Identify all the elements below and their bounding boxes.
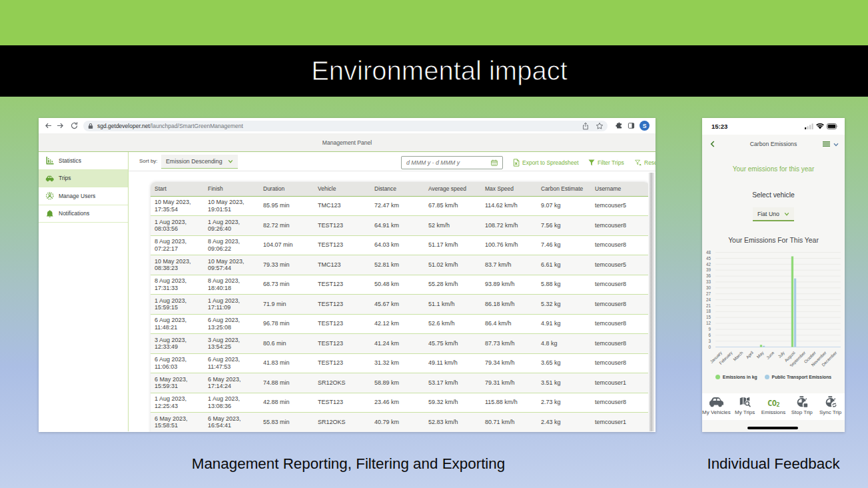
column-header[interactable]: Finish bbox=[204, 182, 259, 196]
filter-button[interactable]: Filter Trips bbox=[588, 159, 624, 167]
table-cell: 72.47 km bbox=[370, 196, 424, 216]
share-icon[interactable] bbox=[582, 122, 590, 130]
chevron-down-icon[interactable] bbox=[833, 143, 839, 147]
menu-icon[interactable] bbox=[823, 141, 830, 147]
table-row[interactable]: 6 May 2023,15:59:316 May 2023,17:14:2474… bbox=[151, 373, 650, 393]
back-icon[interactable] bbox=[44, 121, 53, 130]
bar-emissions[interactable] bbox=[760, 345, 762, 347]
table-cell: TEST123 bbox=[314, 314, 370, 334]
table-row[interactable]: 3 Aug 2023,12:33:493 Aug 2023,13:54:2580… bbox=[151, 334, 650, 354]
column-header[interactable]: Start bbox=[151, 182, 204, 196]
column-header[interactable]: Username bbox=[591, 182, 650, 196]
table-row[interactable]: 8 Aug 2023,07:22:178 Aug 2023,09:06:2210… bbox=[151, 235, 650, 255]
table-cell: 6 May 2023,17:14:24 bbox=[204, 373, 259, 393]
tab-sync-trip[interactable]: Sync Trip bbox=[816, 393, 845, 420]
table-cell: 10 May 2023,09:57:44 bbox=[204, 255, 259, 275]
table-cell: 3 Aug 2023,12:33:49 bbox=[151, 334, 204, 354]
legend-item: Public Transport Emissions bbox=[765, 375, 832, 379]
column-header[interactable]: Duration bbox=[259, 182, 314, 196]
reset-filters-button[interactable]: Reset Filters bbox=[635, 159, 655, 167]
table-row[interactable]: 6 Aug 2023,11:06:036 Aug 2023,11:47:5341… bbox=[151, 353, 650, 373]
vehicle-select[interactable]: Fiat Uno bbox=[753, 207, 794, 221]
table-row[interactable]: 1 Aug 2023,12:25:431 Aug 2023,13:08:3642… bbox=[151, 393, 650, 413]
user-gear-icon bbox=[45, 191, 55, 201]
export-button[interactable]: Export to Spreadsheet bbox=[513, 159, 579, 167]
tab-label: Stop Trip bbox=[791, 409, 813, 415]
table-row[interactable]: 1 Aug 2023,15:59:151 Aug 2023,17:11:0971… bbox=[151, 295, 650, 315]
x-tick-label: April bbox=[745, 350, 755, 360]
column-header[interactable]: Carbon Estimate bbox=[537, 182, 591, 196]
star-icon[interactable] bbox=[596, 122, 604, 130]
tab-emissions[interactable]: CO2Emissions bbox=[759, 393, 788, 420]
phone-app-header: Carbon Emissions bbox=[702, 135, 845, 152]
y-tick-label: 9 bbox=[708, 327, 711, 331]
bar-public-transport[interactable] bbox=[763, 346, 765, 347]
table-row[interactable]: 10 May 2023,08:38:2310 May 2023,09:57:44… bbox=[151, 255, 650, 275]
table-row[interactable]: 6 Aug 2023,11:48:216 Aug 2023,13:25:0896… bbox=[151, 314, 650, 334]
table-cell: 42.88 min bbox=[259, 393, 314, 413]
profile-avatar[interactable]: S bbox=[640, 121, 650, 131]
table-row[interactable]: 1 Aug 2023,08:03:561 Aug 2023,09:26:4082… bbox=[151, 216, 650, 236]
sort-select[interactable]: Emission Descending bbox=[161, 155, 238, 169]
scrollbar[interactable] bbox=[648, 173, 655, 431]
address-bar[interactable]: sgd.getdeveloper.net/launchpad/SmartGree… bbox=[83, 121, 608, 131]
sort-by-label: Sort by: bbox=[139, 158, 158, 164]
table-cell: 10 May 2023,19:01:51 bbox=[204, 196, 259, 216]
y-tick-label: 36 bbox=[706, 273, 711, 278]
sidebar-item-manage-users[interactable]: Manage Users bbox=[39, 187, 128, 205]
sidebar-item-notifications[interactable]: Notifications bbox=[39, 205, 128, 223]
sync-timer-icon bbox=[823, 395, 839, 408]
table-cell: temcouser8 bbox=[591, 314, 650, 334]
sidebar-item-statistics[interactable]: Statistics bbox=[39, 152, 128, 170]
table-cell: 86.18 km/h bbox=[481, 295, 537, 315]
page-header: Management Panel bbox=[39, 133, 655, 152]
side-panel-icon[interactable] bbox=[628, 122, 635, 129]
lock-icon bbox=[88, 123, 93, 129]
table-cell: 64.03 km bbox=[370, 235, 424, 255]
table-cell: 71.9 min bbox=[259, 295, 314, 315]
extensions-icon[interactable] bbox=[616, 122, 623, 129]
forward-icon[interactable] bbox=[56, 121, 65, 130]
sidebar-item-label: Trips bbox=[59, 175, 71, 181]
legend-dot bbox=[715, 375, 720, 379]
reload-icon[interactable] bbox=[70, 121, 79, 130]
table-row[interactable]: 8 Aug 2023,17:31:338 Aug 2023,18:40:1868… bbox=[151, 275, 650, 295]
table-cell: 7.46 kg bbox=[537, 235, 591, 255]
column-header[interactable]: Distance bbox=[370, 182, 424, 196]
slide-title: Environmental impact bbox=[300, 56, 568, 86]
home-indicator[interactable] bbox=[747, 427, 798, 429]
table-cell: TMC123 bbox=[314, 196, 370, 216]
table-cell: 1 Aug 2023,13:08:36 bbox=[204, 393, 259, 413]
tab-label: My Vehicles bbox=[702, 409, 731, 415]
phone-tab-bar: My VehiclesMy TripsCO2EmissionsStop Trip… bbox=[702, 393, 845, 420]
table-cell: temcouser8 bbox=[591, 235, 650, 255]
table-cell: TEST123 bbox=[314, 235, 370, 255]
table-cell: 96.78 min bbox=[259, 314, 314, 334]
table-cell: 52.81 km bbox=[370, 255, 424, 275]
y-tick-label: 45 bbox=[706, 256, 711, 261]
y-tick-label: 6 bbox=[708, 333, 711, 337]
tab-my-vehicles[interactable]: My Vehicles bbox=[702, 393, 731, 420]
date-range-input[interactable]: d MMM y - d MMM y bbox=[401, 156, 503, 169]
column-header[interactable]: Average speed bbox=[424, 182, 481, 196]
table-cell: 100.76 km/h bbox=[481, 235, 537, 255]
table-row[interactable]: 6 May 2023,15:58:516 May 2023,16:54:4155… bbox=[151, 413, 650, 433]
tab-label: My Trips bbox=[735, 409, 755, 415]
sidebar-item-trips[interactable]: Trips bbox=[39, 170, 128, 188]
column-header[interactable]: Max Speed bbox=[481, 182, 537, 196]
calendar-icon[interactable] bbox=[491, 159, 498, 166]
table-cell: 80.6 min bbox=[259, 334, 314, 354]
bar-emissions[interactable] bbox=[791, 257, 793, 347]
table-row[interactable]: 10 May 2023,17:35:5410 May 2023,19:01:51… bbox=[151, 196, 650, 216]
table-cell: 5.88 kg bbox=[537, 275, 591, 295]
trips-table-card: StartFinishDurationVehicleDistanceAverag… bbox=[151, 182, 650, 432]
y-tick-label: 0 bbox=[708, 345, 711, 349]
table-cell: TEST123 bbox=[314, 295, 370, 315]
tab-my-trips[interactable]: My Trips bbox=[731, 393, 759, 420]
status-time: 15:23 bbox=[711, 123, 727, 130]
column-header[interactable]: Vehicle bbox=[314, 182, 370, 196]
caption-right: Individual Feedback bbox=[707, 455, 839, 473]
chevron-down-icon bbox=[228, 159, 233, 164]
tab-stop-trip[interactable]: Stop Trip bbox=[787, 393, 816, 420]
bar-public-transport[interactable] bbox=[794, 279, 796, 347]
